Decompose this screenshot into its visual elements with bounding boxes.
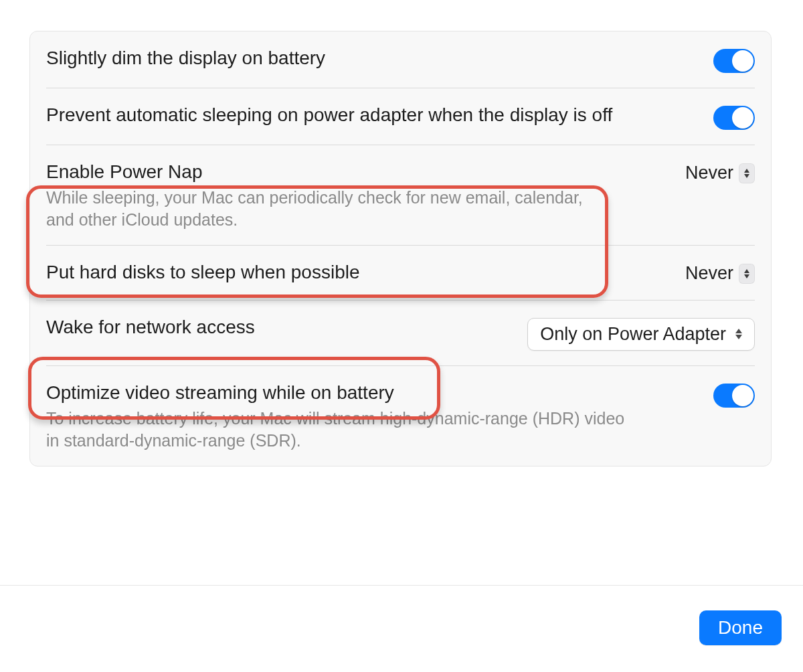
prevent-sleep-toggle[interactable]: [713, 106, 755, 130]
power-nap-subtitle: While sleeping, your Mac can periodicall…: [46, 187, 602, 230]
done-button[interactable]: Done: [699, 610, 782, 645]
row-dim-display: Slightly dim the display on battery: [46, 31, 755, 88]
footer-divider: [0, 585, 803, 586]
dim-display-title: Slightly dim the display on battery: [46, 46, 700, 70]
settings-panel: Slightly dim the display on battery Prev…: [29, 31, 772, 467]
optimize-video-subtitle: To increase battery life, your Mac will …: [46, 408, 635, 451]
wake-network-value: Only on Power Adapter: [540, 324, 726, 345]
optimize-video-toggle[interactable]: [713, 384, 755, 408]
row-power-nap: Enable Power Nap While sleeping, your Ma…: [46, 145, 755, 246]
toggle-knob-icon: [732, 107, 753, 129]
wake-network-select[interactable]: Only on Power Adapter: [527, 318, 755, 351]
row-hard-disks: Put hard disks to sleep when possible Ne…: [46, 246, 755, 300]
wake-network-title: Wake for network access: [46, 315, 514, 339]
row-optimize-video: Optimize video streaming while on batter…: [46, 366, 755, 466]
updown-icon: [739, 264, 755, 284]
optimize-video-title: Optimize video streaming while on batter…: [46, 381, 635, 405]
hard-disks-value: Never: [685, 263, 733, 284]
hard-disks-title: Put hard disks to sleep when possible: [46, 260, 672, 284]
toggle-knob-icon: [732, 385, 753, 406]
row-prevent-sleep: Prevent automatic sleeping on power adap…: [46, 88, 755, 145]
prevent-sleep-title: Prevent automatic sleeping on power adap…: [46, 103, 700, 127]
toggle-knob-icon: [732, 50, 753, 72]
updown-icon: [739, 163, 755, 183]
hard-disks-select[interactable]: Never: [685, 263, 755, 284]
row-wake-network: Wake for network access Only on Power Ad…: [46, 301, 755, 366]
power-nap-select[interactable]: Never: [685, 163, 755, 183]
power-nap-title: Enable Power Nap: [46, 160, 602, 184]
updown-icon: [733, 327, 745, 341]
power-nap-value: Never: [685, 163, 733, 183]
dim-display-toggle[interactable]: [713, 49, 755, 73]
